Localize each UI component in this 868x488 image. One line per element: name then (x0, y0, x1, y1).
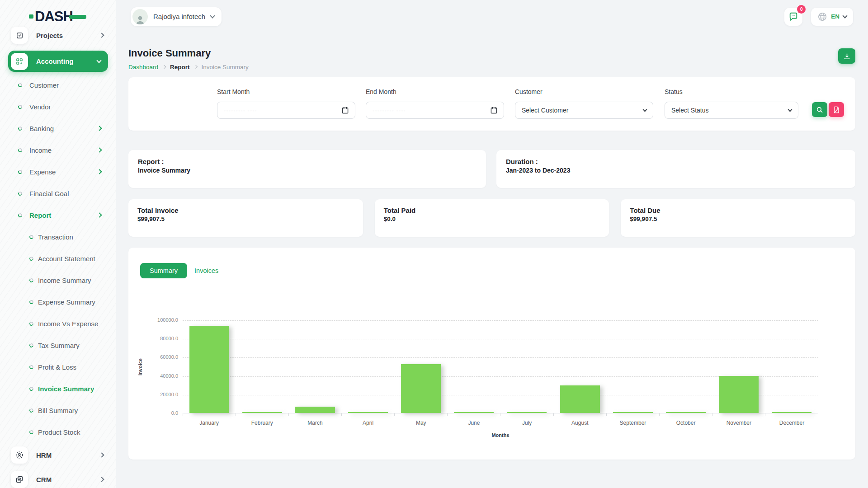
company-name: Rajodiya infotech (153, 13, 205, 20)
sidebar-item-accounting[interactable]: Accounting (8, 51, 108, 72)
sidebar-item-transaction[interactable]: Transaction (0, 226, 116, 248)
bar-november (719, 376, 759, 413)
y-tick-label: 60000.0 (137, 354, 178, 360)
crm-icon (11, 471, 28, 488)
y-tick-label: 0.0 (137, 410, 178, 416)
bar-october (666, 412, 706, 413)
chart-plot: 0.020000.040000.060000.080000.0100000.0 (183, 320, 818, 413)
calendar-icon (491, 107, 497, 114)
chevron-right-icon (99, 33, 104, 38)
breadcrumb-report[interactable]: Report (170, 64, 190, 70)
customer-select[interactable]: Select Customer (515, 102, 653, 119)
sidebar-item-report[interactable]: Report (0, 204, 116, 226)
breadcrumb: Dashboard Report Invoice Summary (128, 64, 855, 70)
bar-column-january (183, 320, 236, 413)
customer-field: Customer Select Customer (515, 88, 653, 119)
sidebar-item-expense-summary[interactable]: Expense Summary (0, 291, 116, 313)
tab-summary[interactable]: Summary (140, 263, 187, 278)
topbar-actions: 0 EN (784, 8, 853, 26)
status-label: Status (665, 88, 798, 95)
sidebar-item-invoice-summary[interactable]: Invoice Summary (0, 378, 116, 399)
x-label-september: September (606, 420, 659, 426)
chevron-right-icon (97, 212, 102, 217)
bar-march (295, 407, 335, 413)
reset-button[interactable] (829, 102, 844, 117)
page-header: Invoice Summary Dashboard Report Invoice… (128, 47, 855, 70)
start-month-input[interactable]: --------- ---- (217, 102, 355, 119)
sidebar-item-income[interactable]: Income (0, 139, 116, 161)
sidebar-item-projects[interactable]: Projects (0, 24, 116, 46)
logo-dot (29, 14, 33, 19)
customer-label: Customer (515, 88, 653, 95)
page-title: Invoice Summary (128, 47, 855, 59)
bar-may (401, 364, 441, 413)
search-button[interactable] (812, 102, 827, 117)
language-code: EN (831, 13, 840, 20)
total-paid-card: Total Paid $0.0 (375, 199, 609, 237)
sidebar-item-income-summary[interactable]: Income Summary (0, 269, 116, 291)
x-tick (394, 413, 447, 416)
sidebar-item-vendor[interactable]: Vendor (0, 96, 116, 117)
duration-value: Jan-2023 to Dec-2023 (506, 167, 846, 174)
x-tick (341, 413, 394, 416)
messages-button[interactable]: 0 (784, 8, 802, 26)
avatar (132, 9, 148, 24)
chat-icon (788, 12, 798, 22)
y-tick-label: 80000.0 (137, 336, 178, 341)
x-label-april: April (342, 420, 395, 426)
end-month-field: End Month --------- ---- (366, 88, 504, 119)
sidebar-item-account-statement[interactable]: Account Statement (0, 248, 116, 269)
accounting-icon (11, 53, 28, 70)
chevron-right-icon (97, 126, 102, 131)
chevron-down-icon (643, 108, 647, 112)
breadcrumb-dashboard[interactable]: Dashboard (128, 64, 158, 70)
bar-april (348, 412, 388, 413)
sidebar-item-tax-summary[interactable]: Tax Summary (0, 334, 116, 356)
sidebar-item-product-stock[interactable]: Product Stock (0, 421, 116, 443)
bar-december (772, 412, 812, 413)
sidebar-item-hrm[interactable]: HRM (0, 443, 116, 467)
language-selector[interactable]: EN (811, 8, 853, 26)
sidebar-item-customer[interactable]: Customer (0, 74, 116, 96)
globe-icon (817, 12, 827, 22)
sidebar-item-crm[interactable]: CRM (0, 467, 116, 488)
sidebar-item-income-vs-expense[interactable]: Income Vs Expense (0, 313, 116, 334)
company-selector[interactable]: Rajodiya infotech (131, 7, 222, 26)
x-label-july: July (500, 420, 553, 426)
main-content: Invoice Summary Dashboard Report Invoice… (116, 33, 868, 488)
x-label-october: October (660, 420, 712, 426)
tab-invoices[interactable]: Invoices (194, 267, 218, 274)
status-select[interactable]: Select Status (665, 102, 798, 119)
end-month-label: End Month (366, 88, 504, 95)
x-tick (500, 413, 553, 416)
sidebar-item-expense[interactable]: Expense (0, 161, 116, 183)
bullet-icon (18, 104, 23, 109)
sidebar-item-profit-loss[interactable]: Profit & Loss (0, 356, 116, 378)
x-tick (606, 413, 659, 416)
y-tick-label: 40000.0 (137, 373, 178, 379)
x-tick (712, 413, 765, 416)
report-value: Invoice Summary (138, 167, 476, 174)
x-label-january: January (183, 420, 236, 426)
x-tick (765, 413, 818, 416)
x-label-june: June (448, 420, 500, 426)
chevron-down-icon (788, 108, 793, 112)
messages-badge: 0 (797, 5, 806, 14)
bullet-icon (29, 386, 34, 391)
bar-june (454, 412, 494, 413)
bar-february (242, 412, 282, 413)
sidebar-item-banking[interactable]: Banking (0, 117, 116, 139)
sidebar-item-finacial-goal[interactable]: Finacial Goal (0, 183, 116, 204)
reset-icon (833, 106, 840, 113)
y-tick-label: 100000.0 (137, 317, 178, 323)
x-tick (183, 413, 236, 416)
bar-column-march (288, 320, 341, 413)
chevron-down-icon (96, 58, 101, 63)
breadcrumb-current: Invoice Summary (202, 64, 249, 70)
x-label-march: March (288, 420, 341, 426)
end-month-input[interactable]: --------- ---- (366, 102, 504, 119)
chevron-right-icon (97, 169, 102, 174)
bar-column-november (712, 320, 765, 413)
sidebar-item-bill-summary[interactable]: Bill Summary (0, 399, 116, 421)
download-button[interactable] (838, 48, 855, 64)
